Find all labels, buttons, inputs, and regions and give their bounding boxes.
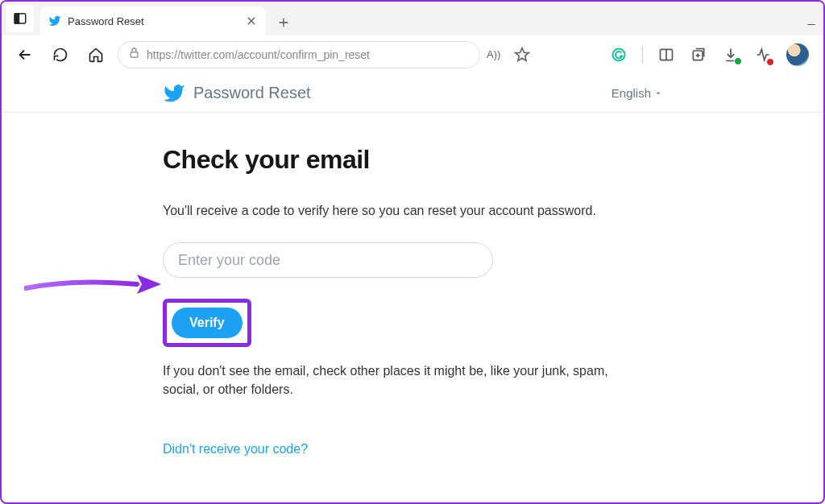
- twitter-bird-icon: [48, 14, 61, 27]
- verification-code-input[interactable]: [163, 242, 493, 278]
- annotation-highlight: Verify: [163, 299, 251, 347]
- tab-overview-button[interactable]: [6, 5, 34, 32]
- close-tab-icon[interactable]: [245, 14, 258, 27]
- profile-avatar[interactable]: [786, 43, 809, 66]
- svg-rect-1: [15, 14, 19, 23]
- hint-text: If you don't see the email, check other …: [163, 361, 614, 399]
- performance-icon[interactable]: [754, 46, 772, 64]
- svg-rect-2: [131, 52, 138, 57]
- page-header: Password Reset English: [2, 74, 823, 113]
- browser-tab[interactable]: Password Reset: [40, 6, 266, 35]
- reader-mode-icon[interactable]: A)): [487, 48, 500, 60]
- collections-icon[interactable]: [690, 46, 707, 64]
- home-button[interactable]: [82, 41, 110, 68]
- minimize-button[interactable]: [806, 16, 817, 35]
- separator: [642, 47, 643, 63]
- lock-icon: [128, 47, 140, 62]
- resend-code-link[interactable]: Didn't receive your code?: [163, 442, 614, 456]
- browser-toolbar: https://twitter.com/account/confirm_pin_…: [2, 35, 823, 74]
- new-tab-button[interactable]: [271, 10, 296, 35]
- back-button[interactable]: [11, 41, 39, 68]
- instruction-text: You'll receive a code to verify here so …: [163, 204, 614, 218]
- tab-title: Password Reset: [68, 15, 238, 27]
- language-selector[interactable]: English: [611, 86, 662, 100]
- split-screen-icon[interactable]: [657, 46, 675, 64]
- language-label: English: [611, 86, 651, 100]
- url-text: https://twitter.com/account/confirm_pin_…: [147, 48, 470, 61]
- grammarly-icon[interactable]: [610, 46, 628, 64]
- chevron-down-icon: [654, 86, 662, 100]
- twitter-logo-icon: [163, 82, 185, 105]
- refresh-button[interactable]: [47, 41, 74, 68]
- page-body: Password Reset English Check your email …: [2, 74, 823, 456]
- favorite-button[interactable]: [508, 41, 536, 68]
- main-content: Check your email You'll receive a code t…: [2, 113, 614, 456]
- page-heading: Check your email: [163, 145, 614, 175]
- page-header-title: Password Reset: [193, 84, 311, 102]
- browser-titlebar: Password Reset: [2, 2, 823, 35]
- downloads-icon[interactable]: [722, 46, 740, 64]
- address-bar[interactable]: https://twitter.com/account/confirm_pin_…: [118, 41, 480, 68]
- verify-button[interactable]: Verify: [172, 308, 243, 338]
